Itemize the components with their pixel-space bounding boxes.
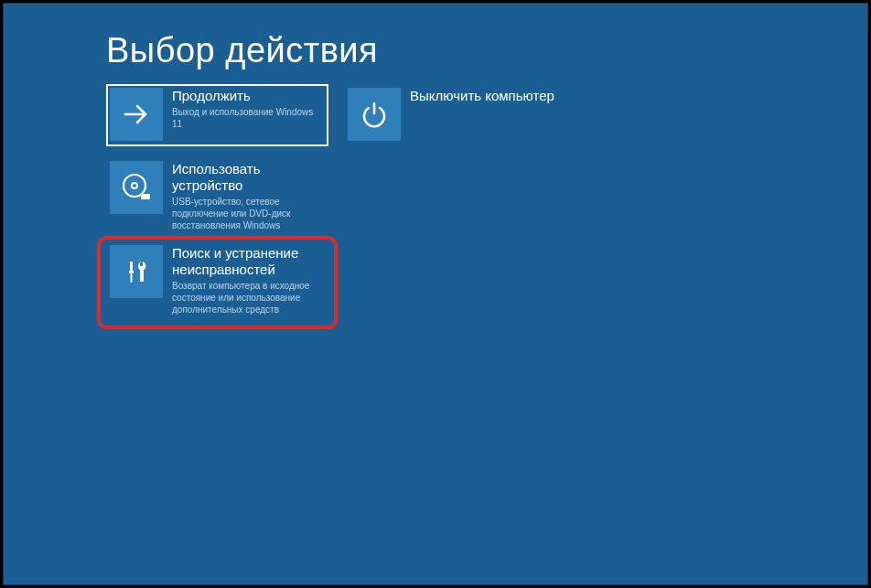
troubleshoot-desc: Возврат компьютера в исходное состояние …	[172, 280, 323, 315]
page-title: Выбор действия	[106, 31, 378, 70]
svg-point-1	[124, 175, 145, 197]
winre-screen: Выбор действия Продолжить Выход и исполь…	[3, 3, 868, 585]
use-device-tile[interactable]: Использовать устройство USB-устройство, …	[106, 157, 328, 230]
svg-rect-6	[131, 273, 133, 283]
arrow-right-icon	[110, 88, 163, 141]
shutdown-tile[interactable]: Выключить компьютер	[344, 84, 566, 146]
svg-rect-5	[129, 271, 134, 273]
continue-title: Продолжить	[172, 88, 323, 104]
use-device-desc: USB-устройство, сетевое подключение или …	[172, 196, 323, 231]
continue-desc: Выход и использование Windows 11	[172, 106, 323, 130]
use-device-title: Использовать устройство	[172, 161, 323, 194]
svg-point-2	[132, 183, 137, 188]
troubleshoot-tile[interactable]: Поиск и устранение неисправностей Возвра…	[106, 241, 328, 322]
tools-icon	[110, 245, 163, 298]
svg-rect-4	[130, 262, 133, 271]
continue-tile[interactable]: Продолжить Выход и использование Windows…	[106, 84, 328, 146]
shutdown-title: Выключить компьютер	[410, 88, 561, 104]
disc-icon	[110, 161, 163, 214]
troubleshoot-title: Поиск и устранение неисправностей	[172, 245, 323, 278]
svg-rect-3	[141, 194, 150, 199]
power-icon	[348, 88, 401, 141]
